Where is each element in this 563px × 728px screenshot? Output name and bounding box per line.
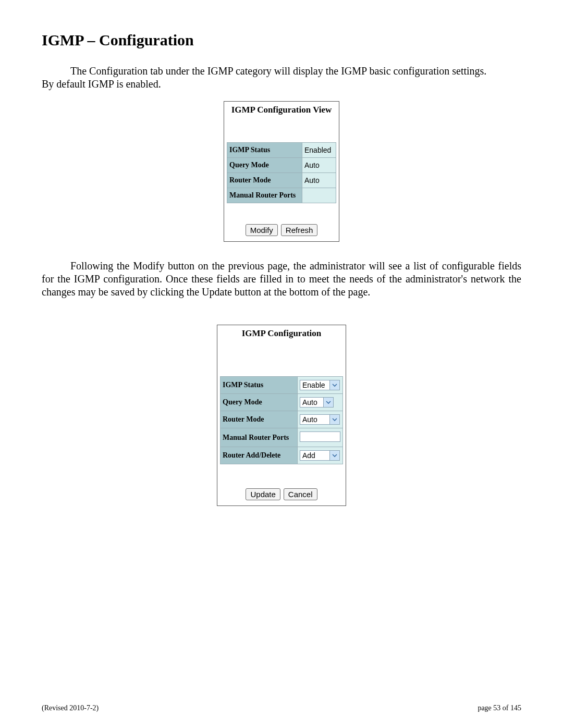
intro-line-2: By default IGMP is enabled. [42,78,161,90]
router-mode-select[interactable]: Auto [300,414,340,425]
label-router-add-delete: Router Add/Delete [221,447,298,464]
second-paragraph: Following the Modify button on the previ… [42,260,521,299]
igmp-view-panel: IGMP Configuration View IGMP Status Enab… [224,101,339,242]
label-router-mode: Router Mode [227,173,302,188]
query-mode-select[interactable]: Auto [300,397,334,408]
table-row: Query Mode Auto [227,158,336,173]
second-paragraph-text: Following the Modify button on the previ… [42,260,521,298]
label-igmp-status: IGMP Status [227,143,302,158]
select-value: Auto [300,398,323,407]
table-row: Router Add/Delete Add [221,447,343,464]
footer-page: page 53 of 145 [478,704,521,712]
value-igmp-status: Enabled [302,143,336,158]
select-value: Auto [300,415,329,424]
label-query-mode: Query Mode [221,394,298,411]
label-igmp-status: IGMP Status [221,377,298,394]
intro-line-1: The Configuration tab under the IGMP cat… [70,65,486,77]
intro-paragraph: The Configuration tab under the IGMP cat… [42,65,521,91]
table-row: Query Mode Auto [221,394,343,411]
value-manual-ports [302,188,336,203]
chevron-down-icon [329,451,339,460]
manual-ports-input[interactable] [300,431,340,442]
igmp-config-panel: IGMP Configuration IGMP Status Enable [217,325,346,506]
label-query-mode: Query Mode [227,158,302,173]
table-row: IGMP Status Enabled [227,143,336,158]
update-button[interactable]: Update [246,488,280,500]
page-title: IGMP – Configuration [42,31,521,49]
igmp-status-select[interactable]: Enable [300,380,340,390]
config-panel-title: IGMP Configuration [217,325,346,340]
value-query-mode: Auto [302,158,336,173]
value-router-mode: Auto [302,173,336,188]
chevron-down-icon [329,380,339,390]
router-add-delete-select[interactable]: Add [300,450,340,461]
view-panel-title: IGMP Configuration View [224,102,339,116]
table-row: Manual Router Ports [221,428,343,447]
table-row: Manual Router Ports [227,188,336,203]
refresh-button[interactable]: Refresh [281,224,318,236]
table-row: IGMP Status Enable [221,377,343,394]
label-router-mode: Router Mode [221,411,298,428]
modify-button[interactable]: Modify [246,224,278,236]
select-value: Enable [300,380,329,390]
chevron-down-icon [323,398,333,407]
select-value: Add [300,451,329,460]
table-row: Router Mode Auto [221,411,343,428]
footer-revised: (Revised 2010-7-2) [42,704,99,712]
config-table: IGMP Status Enable Query Mode [220,376,343,464]
view-table: IGMP Status Enabled Query Mode Auto Rout… [227,142,336,203]
cancel-button[interactable]: Cancel [284,488,317,500]
label-manual-ports: Manual Router Ports [227,188,302,203]
label-manual-ports: Manual Router Ports [221,428,298,447]
chevron-down-icon [329,415,339,424]
table-row: Router Mode Auto [227,173,336,188]
